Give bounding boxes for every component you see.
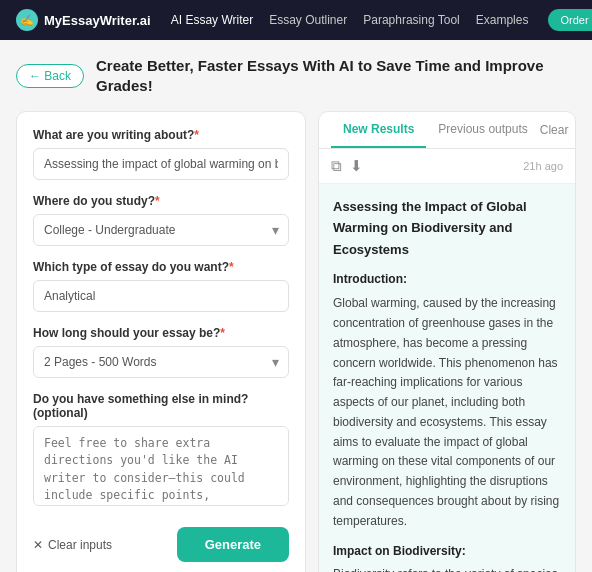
- result-title: Assessing the Impact of Global Warming o…: [333, 196, 561, 260]
- nav-right: Order Custom Essay 👤 Login: [548, 9, 592, 31]
- result-timestamp: 21h ago: [523, 160, 563, 172]
- brand-icon: ✍: [16, 9, 38, 31]
- results-toolbar: ⧉ ⬇ 21h ago: [319, 149, 575, 184]
- clear-inputs-label: Clear inputs: [48, 538, 112, 552]
- tab-new-results[interactable]: New Results: [331, 112, 426, 148]
- required-indicator: *: [194, 128, 199, 142]
- right-panel: New Results Previous outputs Clear ⧉ ⬇ 2…: [318, 111, 576, 572]
- study-label: Where do you study?*: [33, 194, 289, 208]
- results-tabs: New Results Previous outputs Clear: [319, 112, 575, 149]
- clear-inputs-button[interactable]: ✕ Clear inputs: [33, 538, 112, 552]
- nav-essay-outliner[interactable]: Essay Outliner: [269, 13, 347, 27]
- biodiversity-text: Biodiversity refers to the variety of sp…: [333, 565, 561, 572]
- copy-icon[interactable]: ⧉: [331, 157, 342, 175]
- topic-label: What are you writing about?*: [33, 128, 289, 142]
- nav-examples[interactable]: Examples: [476, 13, 529, 27]
- generate-button[interactable]: Generate: [177, 527, 289, 562]
- extra-label: Do you have something else in mind? (opt…: [33, 392, 289, 420]
- two-col-layout: What are you writing about?* Where do yo…: [16, 111, 576, 572]
- nav-links: AI Essay Writer Essay Outliner Paraphras…: [171, 13, 529, 27]
- extra-field: Do you have something else in mind? (opt…: [33, 392, 289, 509]
- left-panel: What are you writing about?* Where do yo…: [16, 111, 306, 572]
- brand-name: MyEssayWriter.ai: [44, 13, 151, 28]
- required-indicator-3: *: [229, 260, 234, 274]
- study-select[interactable]: College - Undergraduate High School Univ…: [33, 214, 289, 246]
- bottom-actions: ✕ Clear inputs Generate: [33, 523, 289, 562]
- back-button[interactable]: ← Back: [16, 64, 84, 88]
- navbar: ✍ MyEssayWriter.ai AI Essay Writer Essay…: [0, 0, 592, 40]
- brand: ✍ MyEssayWriter.ai: [16, 9, 151, 31]
- intro-heading: Introduction:: [333, 270, 561, 290]
- required-indicator-2: *: [155, 194, 160, 208]
- header-row: ← Back Create Better, Faster Essays With…: [16, 56, 576, 95]
- biodiversity-heading: Impact on Biodiversity:: [333, 542, 561, 562]
- essay-type-label: Which type of essay do you want?*: [33, 260, 289, 274]
- study-field: Where do you study?* College - Undergrad…: [33, 194, 289, 246]
- required-indicator-4: *: [220, 326, 225, 340]
- nav-paraphrasing-tool[interactable]: Paraphrasing Tool: [363, 13, 460, 27]
- extra-textarea[interactable]: [33, 426, 289, 506]
- topic-input[interactable]: [33, 148, 289, 180]
- length-select-wrapper: 1 Page - 250 Words 2 Pages - 500 Words 3…: [33, 346, 289, 378]
- download-icon[interactable]: ⬇: [350, 157, 363, 175]
- essay-type-field: Which type of essay do you want?*: [33, 260, 289, 312]
- results-content: Assessing the Impact of Global Warming o…: [319, 184, 575, 572]
- main-content: ← Back Create Better, Faster Essays With…: [0, 40, 592, 572]
- length-field: How long should your essay be?* 1 Page -…: [33, 326, 289, 378]
- topic-field: What are you writing about?*: [33, 128, 289, 180]
- length-label: How long should your essay be?*: [33, 326, 289, 340]
- tab-previous-outputs[interactable]: Previous outputs: [426, 112, 539, 148]
- essay-type-input[interactable]: [33, 280, 289, 312]
- intro-text: Global warming, caused by the increasing…: [333, 294, 561, 532]
- nav-ai-essay-writer[interactable]: AI Essay Writer: [171, 13, 253, 27]
- length-select[interactable]: 1 Page - 250 Words 2 Pages - 500 Words 3…: [33, 346, 289, 378]
- clear-results-button[interactable]: Clear: [540, 113, 569, 147]
- x-icon: ✕: [33, 538, 43, 552]
- page-title: Create Better, Faster Essays With AI to …: [96, 56, 576, 95]
- order-custom-essay-button[interactable]: Order Custom Essay: [548, 9, 592, 31]
- study-select-wrapper: College - Undergraduate High School Univ…: [33, 214, 289, 246]
